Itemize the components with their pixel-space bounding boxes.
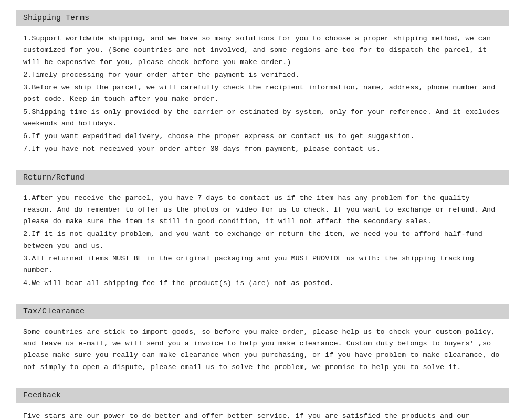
paragraph: Five stars are our power to do better an… bbox=[23, 411, 502, 420]
section-content-feedback: Five stars are our power to do better an… bbox=[16, 408, 509, 420]
section-feedback: FeedbackFive stars are our power to do b… bbox=[16, 388, 509, 420]
section-content-return-refund: 1.After you receive the parcel, you have… bbox=[16, 191, 509, 295]
section-return-refund: Return/Refund1.After you receive the par… bbox=[16, 170, 509, 295]
paragraph: 1.After you receive the parcel, you have… bbox=[23, 193, 502, 228]
section-header-tax-clearance: Tax/Clearance bbox=[16, 304, 509, 319]
paragraph: 4.We will bear all shipping fee if the p… bbox=[23, 278, 502, 289]
page-container: Shipping Terms1.Support worldwide shippi… bbox=[16, 10, 509, 420]
section-shipping-terms: Shipping Terms1.Support worldwide shippi… bbox=[16, 10, 509, 161]
section-header-feedback: Feedback bbox=[16, 388, 509, 403]
section-tax-clearance: Tax/ClearanceSome countries are stick to… bbox=[16, 304, 509, 379]
paragraph: Some countries are stick to import goods… bbox=[23, 327, 502, 373]
paragraph: 3.Before we ship the parcel, we will car… bbox=[23, 82, 502, 106]
section-content-tax-clearance: Some countries are stick to import goods… bbox=[16, 324, 509, 379]
paragraph: 1.Support worldwide shipping, and we hav… bbox=[23, 33, 502, 68]
paragraph: 3.All returned items MUST BE in the orig… bbox=[23, 253, 502, 277]
section-content-shipping-terms: 1.Support worldwide shipping, and we hav… bbox=[16, 31, 509, 161]
paragraph: 2.Timely processing for your order after… bbox=[23, 69, 502, 81]
section-header-shipping-terms: Shipping Terms bbox=[16, 10, 509, 26]
paragraph: 2.If it is not quality problem, and you … bbox=[23, 228, 502, 252]
paragraph: 7.If you have not received your order af… bbox=[23, 143, 502, 155]
paragraph: 6.If you want expedited delivery, choose… bbox=[23, 131, 502, 142]
section-header-return-refund: Return/Refund bbox=[16, 170, 509, 185]
paragraph: 5.Shipping time is only provided by the … bbox=[23, 107, 502, 130]
